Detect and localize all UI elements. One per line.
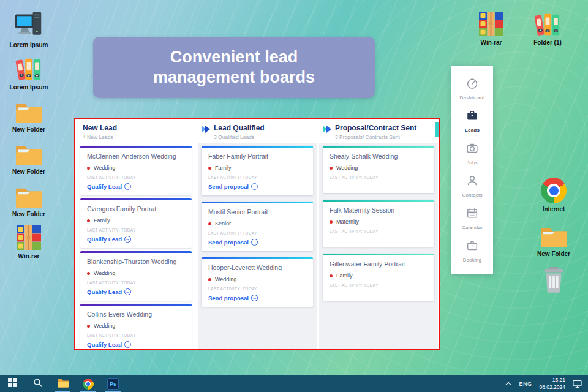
lead-card-shealy-schalk-wedding[interactable]: Shealy-Schalk Wedding Wedding LAST ACTIV…: [323, 146, 434, 193]
lead-card-cvengros-family-portrat[interactable]: Cvengros Family Portrat Family LAST ACTI…: [80, 198, 192, 248]
desktop-icon-label: Lorem Ipsum: [10, 42, 48, 48]
desktop-icon-internet[interactable]: Internet: [528, 175, 579, 213]
arrow-circle-icon: →: [251, 183, 258, 190]
folder-icon: [14, 96, 43, 124]
last-activity: LAST ACTIVITY: TODAY: [330, 229, 428, 233]
sidebar-item-calendar[interactable]: Calendar: [462, 206, 483, 230]
lead-tag: Senior: [208, 221, 306, 227]
sidebar-item-contacts[interactable]: Contacts: [462, 174, 482, 198]
taskbar-button-photoshop[interactable]: Ps: [100, 375, 126, 392]
card-content: Hooper-Leverett Wedding Wedding LAST ACT…: [202, 259, 313, 307]
card-action-link[interactable]: Qualify Lead →: [87, 288, 185, 295]
sidebar-item-label: Jobs: [467, 160, 478, 165]
card-content: McClennen-Anderson Wedding Wedding LAST …: [80, 148, 192, 195]
sidebar-item-label: Calendar: [462, 225, 483, 230]
tag-dot-icon: [87, 325, 90, 328]
promo-banner: Convenient lead management boards: [93, 37, 375, 98]
last-activity: LAST ACTIVITY: TODAY: [87, 333, 185, 337]
card-action-link[interactable]: Send proposal →: [208, 183, 306, 190]
desktop-icon-new-folder[interactable]: New Folder: [3, 180, 55, 217]
card-action-link[interactable]: Send proposal →: [208, 295, 306, 301]
explorer-icon: [57, 378, 69, 390]
lead-card-mostil-senior-portrait[interactable]: Mostil Senior Portrait Senior LAST ACTIV…: [202, 202, 313, 251]
card-action-link[interactable]: Qualify Lead →: [87, 341, 185, 348]
tag-label: Wedding: [336, 165, 358, 171]
desktop-icon-lorem-ipsum[interactable]: Lorem Ipsum: [3, 53, 55, 91]
sidebar-item-dashboard[interactable]: Dashboard: [460, 77, 485, 100]
chevron-up-icon[interactable]: [505, 382, 511, 386]
winrar-icon: [478, 9, 504, 37]
notification-icon[interactable]: [573, 380, 582, 388]
card-content: Collins-Evers Wedding Wedding LAST ACTIV…: [80, 306, 192, 349]
tag-label: Wedding: [215, 276, 236, 282]
sidebar-item-label: Leads: [465, 127, 480, 133]
card-action-link[interactable]: Qualify Lead →: [87, 183, 185, 190]
last-activity: LAST ACTIVITY: TODAY: [208, 175, 306, 179]
stage-arrow-icon: [322, 125, 332, 136]
arrow-circle-icon: →: [124, 288, 131, 295]
card-action-link[interactable]: Qualify Lead →: [87, 236, 185, 243]
briefcase-icon: [466, 109, 479, 125]
taskbar-button-search[interactable]: [25, 375, 50, 392]
desktop-icon-folder-1[interactable]: Folder (1): [522, 9, 573, 46]
sidebar-item-label: Booking: [463, 257, 481, 263]
lead-card-collins-evers-wedding[interactable]: Collins-Evers Wedding Wedding LAST ACTIV…: [80, 304, 192, 349]
sidebar-item-leads[interactable]: Leads: [465, 109, 480, 133]
desktop-icons-top-right: Win-rar Folder (1): [466, 9, 573, 46]
desktop-icon-new-folder[interactable]: New Folder: [3, 138, 55, 175]
binders-icon: [534, 9, 561, 37]
action-label: Send proposal: [208, 183, 249, 190]
tag-label: Family: [336, 273, 353, 279]
taskbar-button-chrome[interactable]: [75, 375, 100, 392]
banner-line-1: Convenient lead: [170, 47, 298, 67]
folder-icon: [539, 220, 568, 248]
lead-name: Cvengros Family Portrat: [87, 205, 185, 213]
taskbar-clock[interactable]: 15:21 08.02.2024: [539, 377, 565, 390]
board-column-new-lead: New Lead 4 New Leads McClennen-Anderson …: [75, 119, 197, 349]
lead-card-gillenwater-family-portrait[interactable]: Gillenwater Family Portrait Family LAST …: [323, 254, 434, 301]
arrow-circle-icon: →: [124, 236, 131, 243]
last-activity: LAST ACTIVITY: TODAY: [330, 283, 428, 287]
board-scrollbar[interactable]: [435, 122, 439, 137]
tag-dot-icon: [208, 278, 211, 281]
action-label: Qualify Lead: [87, 236, 122, 243]
desktop-icon-label: Internet: [543, 206, 565, 213]
tag-label: Family: [215, 165, 232, 171]
tag-label: Senior: [215, 221, 231, 227]
lead-card-hooper-leverett-wedding[interactable]: Hooper-Leverett Wedding Wedding LAST ACT…: [202, 257, 313, 307]
arrow-circle-icon: →: [124, 341, 131, 348]
board-column-proposal-contract-sent: Proposal/Contract Sent 3 Proposals/ Cont…: [318, 119, 439, 349]
last-activity: LAST ACTIVITY: TODAY: [87, 228, 185, 232]
taskbar-button-start[interactable]: [0, 375, 25, 392]
desktop-icon-new-folder[interactable]: New Folder: [528, 220, 579, 257]
lead-card-mcclennen-anderson-wedding[interactable]: McClennen-Anderson Wedding Wedding LAST …: [80, 146, 192, 195]
photoshop-icon: Ps: [107, 378, 119, 390]
clock-date: 08.02.2024: [539, 384, 565, 391]
column-subtitle: 3 Proposals/ Contracts Sent: [335, 134, 434, 140]
desktop-icon-recycle-bin[interactable]: [528, 265, 579, 302]
lead-card-faber-family-portrait[interactable]: Faber Family Portrait Family LAST ACTIVI…: [202, 146, 313, 195]
desktop-icon-new-folder[interactable]: New Folder: [3, 96, 55, 133]
windows-start-icon: [8, 378, 17, 390]
lead-card-blankenship-thurston-wedding[interactable]: Blankenship-Thurston Wedding Wedding LAS…: [80, 251, 192, 301]
tag-dot-icon: [87, 167, 90, 170]
lead-card-falk-maternity-session[interactable]: Falk Maternity Session Maternity LAST AC…: [323, 200, 434, 247]
taskbar-button-file-explorer[interactable]: [50, 375, 75, 392]
card-content: Blankenship-Thurston Wedding Wedding LAS…: [80, 253, 192, 301]
desktop-icon-win-rar[interactable]: Win-rar: [466, 9, 517, 46]
winrar-icon: [16, 222, 42, 251]
sidebar-item-jobs[interactable]: Jobs: [466, 141, 479, 165]
chrome-icon: [541, 175, 567, 203]
desktop-icon-lorem-ipsum[interactable]: Lorem Ipsum: [3, 11, 55, 48]
sidebar-item-label: Contacts: [462, 192, 482, 198]
app-sidebar: Dashboard Leads Jobs Contacts Calendar B…: [451, 66, 493, 274]
card-action-link[interactable]: Send proposal →: [208, 239, 306, 246]
briefcase-outline-icon: [466, 239, 479, 255]
lead-tag: Family: [330, 273, 428, 279]
sidebar-item-booking[interactable]: Booking: [463, 239, 481, 263]
language-indicator[interactable]: ENG: [519, 381, 532, 387]
lead-name: Gillenwater Family Portrait: [330, 260, 428, 268]
gauge-icon: [466, 77, 479, 92]
lead-name: Mostil Senior Portrait: [208, 208, 306, 216]
desktop-icon-win-rar[interactable]: Win-rar: [3, 222, 55, 260]
